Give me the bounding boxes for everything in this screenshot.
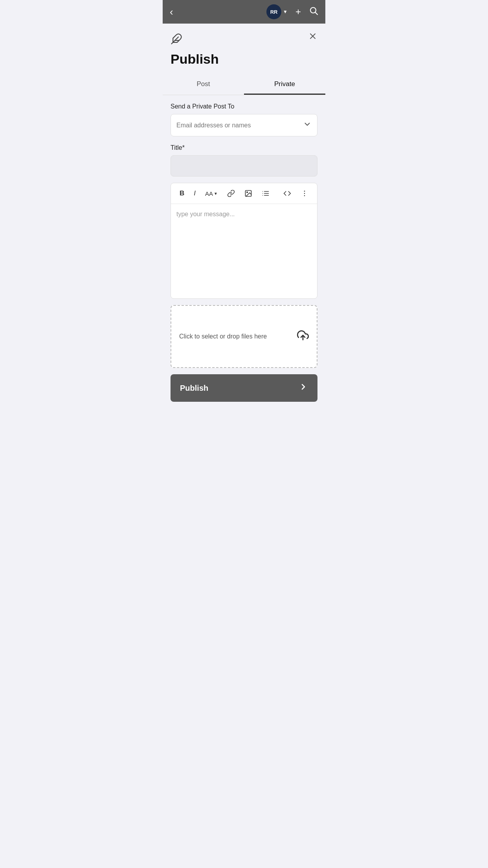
image-icon	[244, 189, 252, 197]
more-icon	[301, 189, 308, 197]
title-input[interactable]	[171, 155, 317, 177]
tab-post[interactable]: Post	[163, 75, 244, 95]
recipients-dropdown-icon[interactable]	[303, 120, 312, 131]
close-button[interactable]	[308, 31, 317, 42]
header-section	[163, 24, 325, 51]
recipients-label: Send a Private Post To	[171, 103, 317, 110]
upload-icon	[297, 329, 309, 344]
nav-right: RR ▼ +	[266, 4, 318, 19]
code-button[interactable]	[279, 187, 295, 200]
nav-bar: ‹ RR ▼ +	[163, 0, 325, 24]
svg-point-14	[304, 191, 305, 192]
toolbar: B I AA ▼	[171, 183, 317, 204]
main-content: Publish Post Private Send a Private Post…	[163, 24, 325, 410]
add-button[interactable]: +	[295, 6, 301, 17]
publish-chevron-icon	[299, 382, 308, 394]
feather-icon	[171, 33, 182, 48]
search-button[interactable]	[309, 6, 318, 18]
recipients-input[interactable]	[176, 122, 303, 129]
list-icon	[262, 189, 270, 197]
font-size-button[interactable]: AA ▼	[201, 188, 222, 199]
svg-point-7	[247, 192, 248, 193]
page-title: Publish	[163, 51, 325, 75]
publish-button-label: Publish	[180, 384, 208, 393]
tabs-container: Post Private	[163, 75, 325, 95]
italic-button[interactable]: I	[190, 187, 200, 200]
link-button[interactable]	[223, 187, 239, 200]
avatar: RR	[266, 4, 281, 19]
back-button[interactable]: ‹	[170, 7, 173, 17]
image-button[interactable]	[240, 187, 256, 200]
editor-container: B I AA ▼	[171, 183, 317, 299]
form-area: Send a Private Post To Title* B I AA ▼	[163, 95, 325, 410]
title-label: Title*	[171, 144, 317, 151]
list-button[interactable]	[258, 187, 273, 200]
code-icon	[283, 189, 291, 197]
file-drop-zone[interactable]: Click to select or drop files here	[171, 305, 317, 368]
search-icon	[309, 6, 318, 15]
svg-line-1	[316, 13, 318, 15]
svg-point-15	[304, 193, 305, 194]
recipients-input-wrapper[interactable]	[171, 114, 317, 136]
link-icon	[227, 189, 235, 197]
nav-left: ‹	[170, 7, 173, 17]
file-drop-text: Click to select or drop files here	[179, 333, 267, 340]
avatar-container[interactable]: RR ▼	[266, 4, 288, 19]
bold-button[interactable]: B	[176, 187, 188, 200]
more-button[interactable]	[297, 187, 312, 200]
svg-point-16	[304, 195, 305, 197]
avatar-dropdown-icon: ▼	[283, 9, 288, 15]
toolbar-right	[279, 187, 312, 200]
tab-private[interactable]: Private	[244, 75, 325, 95]
message-area[interactable]: type your message...	[171, 204, 317, 298]
publish-button[interactable]: Publish	[171, 374, 317, 402]
